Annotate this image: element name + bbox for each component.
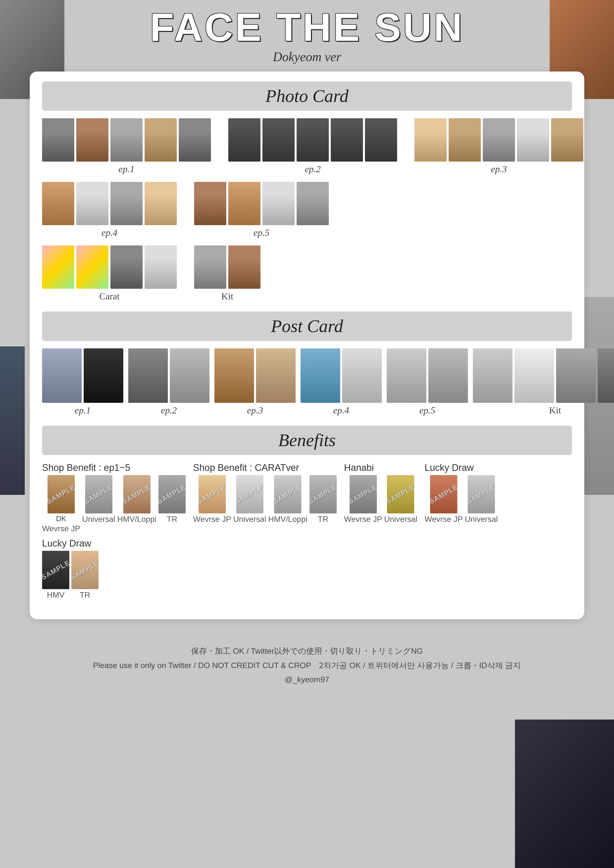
shop-label: DK [56,515,66,523]
photo-card-title: Photo Card [266,86,348,106]
sample-text: SAMPLE [274,483,301,505]
photo-group-ep5: ep.5 [194,182,329,238]
shop-store-label: Universal [384,515,417,524]
ep1-label: ep.1 [118,164,134,174]
postcard [556,349,596,403]
photo-card [76,245,109,289]
postcard-ep3-label: ep.3 [247,405,263,416]
benefit-card-wrap: SAMPLE Universal [233,475,266,524]
sample-text: SAMPLE [387,483,414,505]
benefit-group-shop1: Shop Benefit : ep1~5 SAMPLE DK Wevrse JP [42,462,186,533]
photo-card [145,118,177,161]
sample-text: SAMPLE [85,483,112,505]
postcard-ep2-inner [128,349,210,403]
sample-text: SAMPLE [123,483,151,505]
benefit-card: SAMPLE [274,475,301,513]
bg-bottom-right-decoration [515,719,614,868]
benefit-card-wrap: SAMPLE Wevrse JP [424,475,463,524]
sample-overlay: SAMPLE [48,475,75,513]
lucky-draw-2-title: Lucky Draw [42,538,91,549]
postcard [215,349,254,403]
shop-store-label: HMV/Loppi [268,515,307,524]
shop-store-label: TR [166,515,177,524]
photo-card [415,118,447,161]
postcard-ep1-label: ep.1 [75,405,91,416]
benefit-card: SAMPLE [42,551,69,589]
photo-card [228,245,260,289]
benefit-card: SAMPLE [309,475,337,513]
postcard-kit-label: Kit [549,405,561,416]
photo-card [517,118,549,161]
benefit-group-shop2: Shop Benefit : CARATver SAMPLE Wevrse JP [193,462,337,524]
photo-group-ep3: ep.3 [415,118,583,174]
main-title: FACE THE SUN [0,8,614,47]
main-content-card: Photo Card ep.1 [30,71,584,619]
photo-card [110,182,143,225]
post-card-section: Post Card ep.1 ep.2 [42,312,572,416]
bg-left-mid-decoration [0,346,25,495]
photo-group-kit-inner [194,245,260,289]
postcard-ep1-inner [42,349,123,403]
postcard-group-ep4: ep.4 [300,349,382,416]
shop-store-label: Wevrse JP [193,515,231,524]
shop1-cards-row: SAMPLE DK Wevrse JP SAMPLE Universal [42,475,186,533]
photo-group-ep1: ep.1 [42,118,211,174]
post-card-title: Post Card [271,316,343,336]
sample-text: SAMPLE [236,483,263,505]
lucky2-cards-row: SAMPLE HMV SAMPLE TR [42,551,98,600]
sample-overlay: SAMPLE [42,551,69,589]
photo-group-ep4: ep.4 [42,182,177,238]
benefit-card: SAMPLE [468,475,495,513]
kit-label: Kit [221,291,233,302]
benefit-card-wrap: SAMPLE Universal [465,475,497,524]
shop-store-label: Universal [82,515,115,524]
photo-group-ep2: ep.2 [228,118,397,174]
carat-label: Carat [99,291,120,302]
postcard [428,349,468,403]
benefits-title: Benefits [278,430,336,450]
postcard [473,349,513,403]
sample-text: SAMPLE [71,558,98,581]
photo-card [179,118,211,161]
postcard [42,349,82,403]
shop-store-label: TR [80,591,90,600]
lucky-draw-1-title: Lucky Draw [424,462,474,473]
shop-benefit-2-title: Shop Benefit : CARATver [193,462,299,473]
ep4-label: ep.4 [101,227,117,238]
shop-benefit-1-title: Shop Benefit : ep1~5 [42,462,130,473]
photo-card [263,182,295,225]
postcard [300,349,340,403]
photo-card [42,245,74,289]
sample-text: SAMPLE [430,483,457,505]
postcard-ep5-label: ep.5 [420,405,435,416]
benefit-card-wrap: SAMPLE TR [159,475,186,533]
photo-group-carat-inner [42,245,177,289]
photo-card [331,118,363,161]
postcard-group-ep1: ep.1 [42,349,123,416]
photo-group-kit: Kit [194,245,260,302]
photo-card [42,118,74,161]
photo-card [145,245,177,289]
photo-card [365,118,397,161]
photo-card [551,118,583,161]
benefits-row-2: Lucky Draw SAMPLE HMV SAMPLE [42,538,572,600]
version-subtitle: Dokyeom ver [0,50,614,64]
photo-card [297,182,329,225]
footer-line3: @_kyeom97 [0,673,614,687]
postcard [515,349,554,403]
sample-text: SAMPLE [42,558,69,581]
postcard-ep3-inner [215,349,295,403]
postcard [128,349,168,403]
footer-line1: 保存・加工 OK / Twitter以外での使用・切り取り・トリミングNG [0,644,614,659]
benefit-card: SAMPLE [236,475,263,513]
photo-card [263,118,295,161]
postcard [256,349,295,403]
benefit-group-hanabi: Hanabi SAMPLE Wevrse JP SAMPLE [344,462,417,524]
benefit-card-wrap: SAMPLE Universal [82,475,115,533]
shop-store-label: Wevrse JP [344,515,382,524]
benefit-group-lucky1: Lucky Draw SAMPLE Wevrse JP SA [424,462,497,524]
shop-store-label: Wevrse JP [42,524,80,533]
photo-card [110,245,143,289]
lucky1-cards-row: SAMPLE Wevrse JP SAMPLE Universal [424,475,497,524]
photo-row-3: Carat Kit [42,245,572,302]
